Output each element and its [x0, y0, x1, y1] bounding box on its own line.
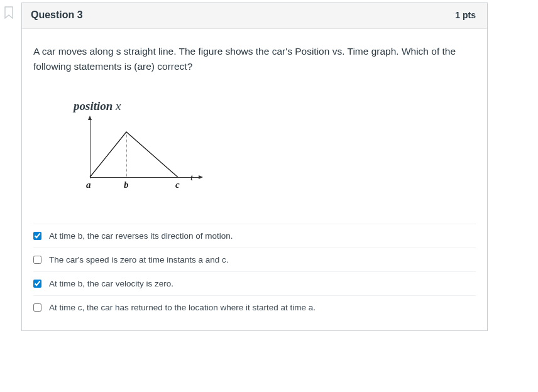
plot-line: [76, 117, 208, 192]
question-card: Question 3 1 pts A car moves along s str…: [21, 3, 488, 331]
question-points: 1 pts: [455, 10, 476, 20]
figure-area: position x a b c t: [33, 90, 476, 199]
position-time-chart: a b c t: [76, 117, 208, 192]
y-axis-label: position x: [74, 99, 476, 113]
question-body: A car moves along s straight line. The f…: [22, 29, 487, 330]
tick-b: b: [124, 180, 129, 190]
tick-a: a: [86, 180, 91, 190]
tick-c: c: [175, 180, 180, 190]
choice-checkbox[interactable]: [33, 232, 41, 240]
answer-choices: At time b, the car reverses its directio…: [33, 224, 476, 319]
choice-row[interactable]: At time b, the car velocity is zero.: [33, 272, 476, 296]
question-header: Question 3 1 pts: [22, 3, 487, 29]
bookmark-icon[interactable]: [4, 6, 14, 19]
y-axis-word: position: [74, 99, 113, 112]
choice-label: At time b, the car reverses its directio…: [49, 231, 233, 241]
choice-label: At time c, the car has returned to the l…: [49, 303, 316, 312]
choice-checkbox[interactable]: [33, 303, 41, 312]
choice-label: The car's speed is zero at time instants…: [49, 255, 228, 264]
question-title: Question 3: [31, 9, 83, 21]
choice-checkbox[interactable]: [33, 280, 41, 288]
x-axis-var: t: [190, 172, 193, 183]
choice-row[interactable]: The car's speed is zero at time instants…: [33, 248, 476, 272]
choice-row[interactable]: At time c, the car has returned to the l…: [33, 296, 476, 319]
question-prompt: A car moves along s straight line. The f…: [33, 44, 476, 74]
choice-label: At time b, the car velocity is zero.: [49, 279, 173, 288]
y-axis-var: x: [116, 99, 121, 112]
choice-row[interactable]: At time b, the car reverses its directio…: [33, 224, 476, 248]
choice-checkbox[interactable]: [33, 256, 41, 264]
